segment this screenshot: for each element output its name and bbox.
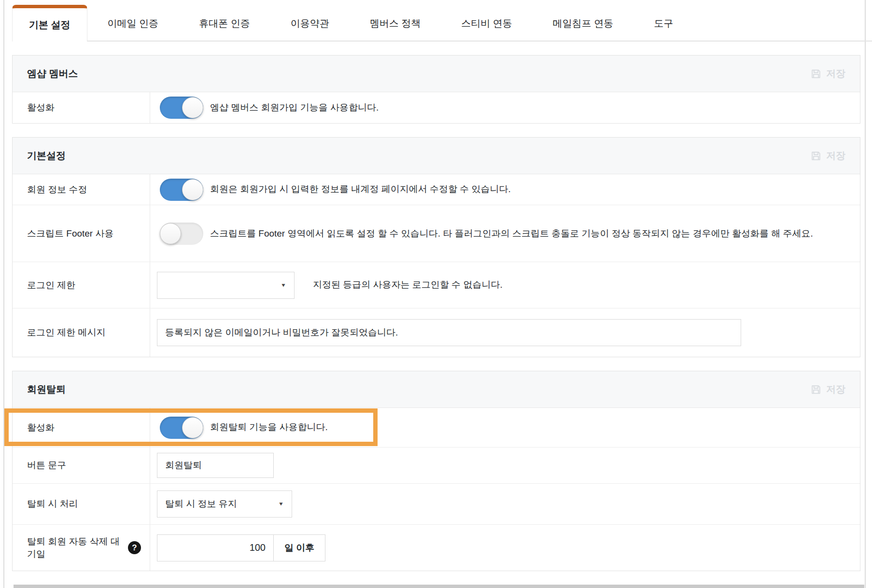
row-content [150,448,860,483]
row-label-text: 활성화 [27,101,55,114]
section-title: 회원탈퇴 [27,383,66,396]
save-button[interactable]: 저장 [811,383,845,396]
setting-row-activate: 활성화 엠샵 멤버스 회원가입 기능을 사용합니다. [13,92,860,123]
save-label: 저장 [826,149,845,162]
save-button[interactable]: 저장 [811,67,845,80]
row-label-text: 활성화 [27,421,55,434]
tab-mailchimp-integration[interactable]: 메일침프 연동 [533,5,634,42]
setting-description: 스크립트를 Footer 영역에서 읽도록 설정 할 수 있습니다. 타 플러그… [210,223,818,244]
tab-label: 멤버스 정책 [370,17,421,30]
save-icon [811,384,821,395]
section-withdrawal: 회원탈퇴 저장 활성화 회원탈퇴 기능을 사용합니다. 버튼 문구 [12,371,860,571]
setting-row-withdrawal-activate: 활성화 회원탈퇴 기능을 사용합니다. [13,408,860,448]
row-label: 버튼 문구 [13,448,150,483]
tab-bar: 기본 설정 이메일 인증 휴대폰 인증 이용약관 멤버스 정책 스티비 연동 메… [12,5,860,42]
row-label: 활성화 [13,92,150,123]
setting-row-member-info-edit: 회원 정보 수정 회원은 회원가입 시 입력한 정보를 내계정 페이지에서 수정… [13,174,860,205]
row-content: 회원은 회원가입 시 입력한 정보를 내계정 페이지에서 수정할 수 있습니다. [150,174,860,205]
row-label-text: 회원 정보 수정 [27,183,87,196]
row-label-text: 탈퇴 회원 자동 삭제 대기일 [27,535,123,560]
script-footer-toggle[interactable] [160,223,203,245]
tab-label: 이메일 인증 [108,17,159,30]
tab-label: 기본 설정 [29,18,70,31]
mshop-members-activate-toggle[interactable] [160,97,203,119]
save-icon [811,151,821,161]
tab-basic-settings[interactable]: 기본 설정 [12,5,87,42]
select-value: 탈퇴 시 정보 유지 [165,498,237,510]
row-label-text: 로그인 제한 메시지 [27,326,106,339]
section-title: 기본설정 [27,149,66,162]
row-content: 회원탈퇴 기능을 사용합니다. [150,408,860,447]
toggle-knob [182,417,203,438]
section-title: 엠샵 멤버스 [27,67,78,80]
help-icon[interactable]: ? [128,541,141,554]
section-mshop-members: 엠샵 멤버스 저장 활성화 엠샵 멤버스 회원가입 기능을 사용합니다. [12,55,860,124]
withdrawal-button-text-input[interactable] [157,453,274,478]
tab-label: 휴대폰 인증 [199,17,250,30]
row-label-text: 탈퇴 시 처리 [27,498,78,510]
row-label: 회원 정보 수정 [13,174,150,205]
save-icon [811,69,821,79]
auto-delete-days-input[interactable] [157,534,274,561]
row-content: 엠샵 멤버스 회원가입 기능을 사용합니다. [150,92,860,123]
setting-row-button-text: 버튼 문구 [13,448,860,484]
withdraw-action-select[interactable]: 탈퇴 시 정보 유지 ▼ [157,490,292,518]
row-content [150,308,860,357]
tab-tools[interactable]: 도구 [633,5,693,42]
tab-phone-verification[interactable]: 휴대폰 인증 [179,5,270,42]
setting-row-auto-delete-days: 탈퇴 회원 자동 삭제 대기일 ? 일 이후 [13,525,860,571]
section-basic-settings: 기본설정 저장 회원 정보 수정 회원은 회원가입 시 입력한 정보를 내계정 … [12,137,860,357]
tab-email-verification[interactable]: 이메일 인증 [87,5,179,42]
setting-row-login-restrict: 로그인 제한 ▼ 지정된 등급의 사용자는 로그인할 수 없습니다. [13,262,860,308]
row-label: 로그인 제한 [13,262,150,308]
withdrawal-activate-toggle[interactable] [160,417,203,439]
setting-description: 엠샵 멤버스 회원가입 기능을 사용합니다. [210,101,379,114]
chevron-down-icon: ▼ [281,282,286,288]
setting-description: 회원은 회원가입 시 입력한 정보를 내계정 페이지에서 수정할 수 있습니다. [210,183,511,196]
row-label-text: 로그인 제한 [27,279,75,292]
days-after-suffix: 일 이후 [273,534,325,561]
setting-row-login-restrict-message: 로그인 제한 메시지 [13,308,860,357]
row-label: 활성화 [13,408,150,447]
login-restrict-message-input[interactable] [157,319,741,346]
section-header: 기본설정 저장 [13,138,860,174]
row-content: 탈퇴 시 정보 유지 ▼ [150,484,860,524]
row-label: 로그인 제한 메시지 [13,308,150,357]
toggle-knob [182,179,203,200]
tab-members-policy[interactable]: 멤버스 정책 [350,5,441,42]
row-content: 스크립트를 Footer 영역에서 읽도록 설정 할 수 있습니다. 타 플러그… [150,205,860,262]
save-button[interactable]: 저장 [811,149,845,162]
chevron-down-icon: ▼ [278,501,284,507]
row-content: 일 이후 [150,525,860,571]
setting-row-script-footer: 스크립트 Footer 사용 스크립트를 Footer 영역에서 읽도록 설정 … [13,205,860,262]
next-section-edge [14,585,864,588]
login-restrict-select[interactable]: ▼ [157,272,295,299]
row-label: 스크립트 Footer 사용 [13,205,150,262]
section-header: 엠샵 멤버스 저장 [13,56,860,92]
member-info-edit-toggle[interactable] [160,179,203,201]
row-label: 탈퇴 회원 자동 삭제 대기일 ? [13,525,150,571]
section-header: 회원탈퇴 저장 [13,371,860,408]
tab-stibee-integration[interactable]: 스티비 연동 [441,5,533,42]
toggle-knob [182,97,203,118]
row-label-text: 버튼 문구 [27,459,66,472]
tab-label: 메일침프 연동 [553,17,614,30]
tab-label: 이용약관 [291,17,329,30]
tab-label: 스티비 연동 [461,17,512,30]
save-label: 저장 [826,383,845,396]
setting-row-withdraw-action: 탈퇴 시 처리 탈퇴 시 정보 유지 ▼ [13,484,860,525]
save-label: 저장 [826,67,845,80]
setting-description: 지정된 등급의 사용자는 로그인할 수 없습니다. [313,279,503,292]
setting-description: 회원탈퇴 기능을 사용합니다. [210,421,328,434]
toggle-knob [160,223,181,244]
tab-label: 도구 [654,17,673,30]
settings-page: 기본 설정 이메일 인증 휴대폰 인증 이용약관 멤버스 정책 스티비 연동 메… [0,0,872,571]
row-label: 탈퇴 시 처리 [13,484,150,524]
tab-terms[interactable]: 이용약관 [270,5,350,42]
row-label-text: 스크립트 Footer 사용 [27,227,113,240]
row-content: ▼ 지정된 등급의 사용자는 로그인할 수 없습니다. [150,262,860,308]
